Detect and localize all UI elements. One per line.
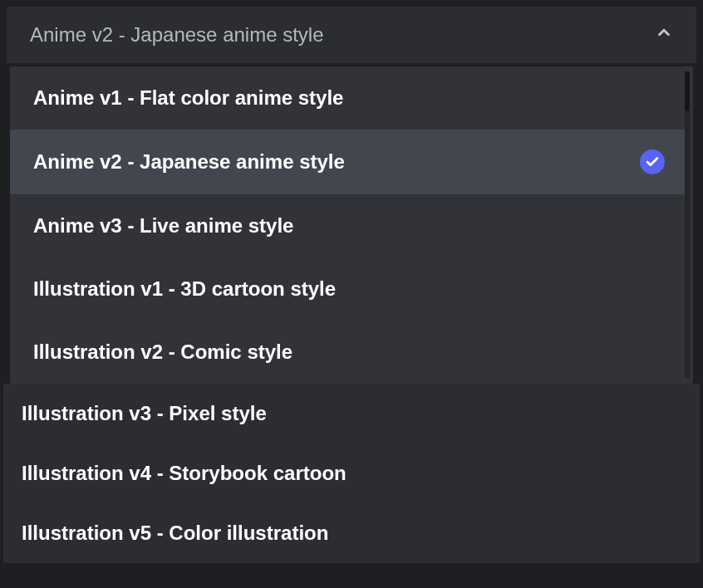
dropdown-option[interactable]: Illustration v5 - Color illustration (3, 503, 700, 563)
dropdown-option[interactable]: Anime v3 - Live anime style (10, 194, 688, 257)
dropdown-option[interactable]: Anime v2 - Japanese anime style (10, 130, 688, 194)
dropdown-list-inner: Anime v1 - Flat color anime style Anime … (10, 66, 693, 384)
option-label: Illustration v1 - 3D cartoon style (33, 277, 336, 301)
style-dropdown: Anime v2 - Japanese anime style Anime v1… (0, 0, 703, 588)
dropdown-option[interactable]: Anime v1 - Flat color anime style (10, 66, 688, 130)
dropdown-header[interactable]: Anime v2 - Japanese anime style (7, 7, 696, 63)
dropdown-option[interactable]: Illustration v2 - Comic style (10, 321, 688, 384)
option-label: Illustration v4 - Storybook cartoon (22, 462, 347, 485)
dropdown-option[interactable]: Illustration v4 - Storybook cartoon (3, 443, 700, 503)
dropdown-selected-label: Anime v2 - Japanese anime style (30, 23, 324, 47)
scrollbar-thumb[interactable] (685, 71, 690, 111)
option-label: Anime v1 - Flat color anime style (33, 86, 343, 110)
checkmark-icon (640, 149, 665, 174)
option-label: Anime v3 - Live anime style (33, 214, 293, 238)
dropdown-overflow: Illustration v3 - Pixel style Illustrati… (3, 384, 700, 563)
option-label: Illustration v5 - Color illustration (22, 522, 328, 545)
dropdown-list: Anime v1 - Flat color anime style Anime … (0, 66, 703, 588)
option-label: Illustration v3 - Pixel style (22, 402, 267, 425)
dropdown-option[interactable]: Illustration v3 - Pixel style (3, 384, 700, 443)
option-label: Illustration v2 - Comic style (33, 341, 293, 364)
scrollbar-track (685, 71, 690, 379)
option-label: Anime v2 - Japanese anime style (33, 150, 345, 174)
dropdown-option[interactable]: Illustration v1 - 3D cartoon style (10, 257, 688, 321)
chevron-up-icon (655, 23, 673, 47)
